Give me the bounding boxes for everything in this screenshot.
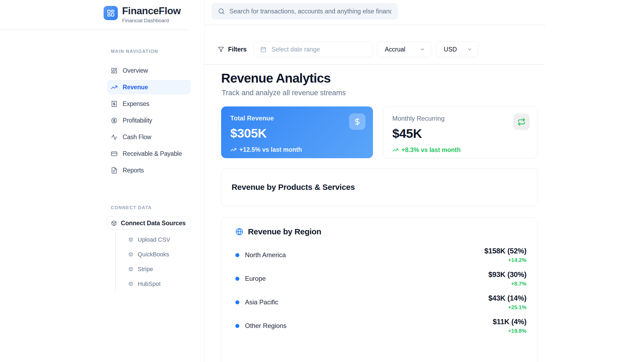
connect-data-sources-button[interactable]: Connect Data Sources — [107, 216, 190, 230]
repeat-icon — [517, 118, 526, 126]
source-item-label: Upload CSV — [138, 236, 170, 243]
filters-divider — [205, 64, 545, 65]
main-navigation: Overview Revenue Expenses Profitability … — [107, 63, 191, 180]
region-value: $43K (14%) — [488, 294, 526, 302]
sidebar-item-revenue[interactable]: Revenue — [107, 80, 191, 94]
region-row-other-regions: Other Regions $11K (4%) +19.8% — [229, 314, 526, 338]
app-window: FinanceFlow Financial Dashboard MAIN NAV… — [0, 0, 644, 362]
source-item-upload-csv[interactable]: Upload CSV — [116, 232, 170, 247]
kpi-value: $305K — [230, 126, 364, 141]
source-item-label: QuickBooks — [138, 251, 169, 258]
region-name: North America — [245, 251, 286, 259]
topbar-divider — [205, 25, 545, 25]
chevron-down-icon — [420, 47, 425, 52]
dashboard-grid-icon — [107, 9, 115, 17]
connect-data-label: CONNECT DATA — [111, 205, 152, 210]
kpi-value: $45K — [392, 126, 528, 141]
kpi-card-total-revenue: Total Revenue $305K +12.5% vs last month — [221, 106, 373, 158]
kpi-badge — [513, 114, 530, 130]
main-navigation-label: MAIN NAVIGATION — [111, 49, 158, 54]
region-delta: +19.8% — [493, 328, 526, 334]
dashboard-icon — [111, 67, 118, 74]
region-dot-icon — [235, 253, 239, 257]
sidebar-item-expenses[interactable]: Expenses — [107, 97, 191, 111]
region-dot-icon — [235, 277, 239, 281]
sidebar-item-label: Revenue — [123, 84, 148, 91]
kpi-delta: +12.5% vs last month — [230, 146, 364, 153]
trending-up-icon — [111, 84, 118, 91]
kpi-label: Monthly Recurring — [392, 115, 528, 122]
kpi-delta: +8.3% vs last month — [392, 146, 528, 154]
package-icon — [129, 282, 133, 286]
trending-up-icon — [230, 147, 236, 153]
sidebar-item-receivable-payable[interactable]: Receivable & Payable — [107, 146, 191, 161]
filters-bar: Filters Accrual USD — [218, 42, 478, 57]
region-name: Asia Pacific — [245, 298, 278, 306]
sidebar-item-reports[interactable]: Reports — [107, 163, 191, 178]
region-row-north-america: North America $158K (52%) +14.2% — [229, 243, 526, 267]
region-list: North America $158K (52%) +14.2% Europe … — [229, 243, 526, 338]
region-dot-icon — [235, 324, 239, 328]
region-name: Other Regions — [245, 322, 287, 330]
accounting-basis-select[interactable]: Accrual — [377, 42, 431, 57]
sidebar: FinanceFlow Financial Dashboard MAIN NAV… — [0, 0, 204, 362]
package-icon — [129, 252, 133, 257]
package-icon — [129, 237, 133, 242]
region-delta: +25.1% — [488, 304, 526, 311]
trending-up-icon — [392, 147, 398, 153]
dollar-circle-icon — [111, 117, 118, 124]
region-row-asia-pacific: Asia Pacific $43K (14%) +25.1% — [229, 290, 526, 314]
region-name: Europe — [245, 275, 266, 282]
kpi-delta-text: +12.5% vs last month — [239, 146, 302, 153]
credit-card-icon — [111, 150, 118, 157]
region-dot-icon — [235, 300, 239, 304]
page-subtitle: Track and analyze all revenue streams — [222, 89, 346, 97]
page-title: Revenue Analytics — [221, 71, 331, 86]
revenue-by-products-card: Revenue by Products & Services — [221, 168, 537, 206]
accounting-basis-value: Accrual — [385, 46, 405, 53]
date-range-picker[interactable] — [254, 42, 373, 57]
region-value: $93K (30%) — [488, 271, 526, 279]
sidebar-item-cash-flow[interactable]: Cash Flow — [107, 130, 191, 144]
filter-funnel-icon — [218, 46, 224, 53]
region-value: $158K (52%) — [484, 247, 526, 255]
source-item-stripe[interactable]: Stripe — [116, 262, 170, 276]
date-range-input[interactable] — [272, 46, 366, 53]
region-value: $11K (4%) — [493, 318, 526, 326]
chevron-down-icon — [467, 47, 472, 52]
globe-icon — [235, 228, 243, 236]
kpi-delta-text: +8.3% vs last month — [401, 146, 461, 154]
receipt-icon — [111, 101, 118, 107]
region-delta: +8.7% — [488, 281, 526, 287]
dollar-sign-icon — [353, 117, 361, 126]
filters-toggle[interactable]: Filters — [218, 46, 247, 53]
sidebar-item-label: Expenses — [123, 100, 149, 108]
file-text-icon — [111, 167, 118, 174]
region-card-header: Revenue by Region — [229, 217, 526, 236]
sidebar-item-label: Reports — [123, 167, 144, 174]
source-item-label: HubSpot — [138, 280, 161, 287]
region-card-title: Revenue by Region — [248, 227, 321, 236]
region-delta: +14.2% — [484, 257, 526, 263]
global-search[interactable] — [211, 3, 398, 20]
region-row-europe: Europe $93K (30%) +8.7% — [229, 267, 526, 290]
currency-select[interactable]: USD — [436, 42, 478, 57]
sidebar-item-overview[interactable]: Overview — [107, 63, 191, 78]
sidebar-item-label: Cash Flow — [123, 134, 151, 141]
kpi-badge — [349, 113, 365, 130]
search-input[interactable] — [229, 8, 391, 15]
package-icon — [111, 220, 117, 226]
sidebar-item-profitability[interactable]: Profitability — [107, 113, 191, 128]
source-item-quickbooks[interactable]: QuickBooks — [116, 247, 170, 262]
sidebar-item-label: Profitability — [123, 117, 152, 124]
brand-logo-icon — [104, 6, 118, 20]
kpi-card-monthly-recurring: Monthly Recurring $45K +8.3% vs last mon… — [383, 106, 537, 158]
data-source-list: Upload CSV QuickBooks Stripe HubSpot — [115, 232, 170, 291]
sidebar-item-label: Receivable & Payable — [123, 150, 182, 157]
kpi-label: Total Revenue — [230, 114, 364, 122]
sidebar-header-divider — [0, 29, 188, 30]
sidebar-item-label: Overview — [123, 67, 148, 74]
brand-logo: FinanceFlow Financial Dashboard — [104, 6, 181, 24]
source-item-hubspot[interactable]: HubSpot — [116, 276, 170, 291]
activity-icon — [111, 134, 118, 141]
